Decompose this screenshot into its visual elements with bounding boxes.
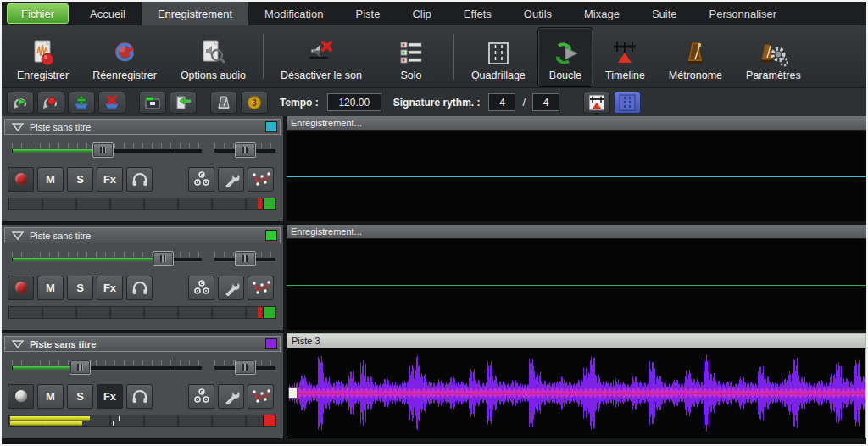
collapse-triangle-icon[interactable] bbox=[11, 231, 25, 241]
volume-slider[interactable] bbox=[12, 358, 202, 376]
menu-personnaliser[interactable]: Personnaliser bbox=[693, 2, 793, 25]
mute-track-button[interactable]: M bbox=[37, 167, 64, 192]
metronome-button[interactable]: Métronome bbox=[657, 27, 734, 87]
solo-track-button[interactable]: S bbox=[67, 276, 93, 300]
menu-outils[interactable]: Outils bbox=[508, 2, 568, 25]
solo-track-button[interactable]: S bbox=[67, 167, 93, 192]
volume-slider[interactable] bbox=[12, 141, 202, 159]
clip-body[interactable] bbox=[287, 239, 866, 330]
pan-slider[interactable] bbox=[214, 249, 275, 268]
pan-slider-handle[interactable] bbox=[235, 251, 256, 266]
metronome-toggle-icon bbox=[215, 95, 232, 110]
arm-record-button[interactable] bbox=[8, 276, 34, 300]
fx-button[interactable]: Fx bbox=[97, 276, 123, 300]
solo-track-button[interactable]: S bbox=[67, 384, 93, 409]
signature-numerator-input[interactable] bbox=[488, 93, 515, 111]
menu-effets[interactable]: Effets bbox=[448, 2, 508, 25]
automation-button[interactable] bbox=[248, 276, 274, 300]
track-tools-button[interactable] bbox=[218, 384, 244, 409]
loop-record-button[interactable] bbox=[37, 92, 64, 114]
menu-clip[interactable]: Clip bbox=[396, 2, 447, 25]
menu-piste[interactable]: Piste bbox=[339, 2, 396, 25]
mute-button[interactable]: Désactiver le son bbox=[269, 27, 374, 87]
track-color-chip[interactable] bbox=[265, 338, 277, 349]
clip-drag-handle[interactable] bbox=[288, 387, 298, 399]
rerecord-button[interactable]: Réenregistrer bbox=[81, 27, 169, 87]
solo-button[interactable]: Solo bbox=[374, 27, 448, 87]
record-dot-icon bbox=[15, 282, 27, 293]
menu-mixage[interactable]: Mixage bbox=[568, 2, 636, 25]
automation-button[interactable] bbox=[248, 167, 274, 192]
add-track-button[interactable] bbox=[68, 92, 95, 114]
headphones-button[interactable] bbox=[126, 167, 153, 192]
level-meter bbox=[8, 415, 276, 427]
parametres-button[interactable]: Paramètres bbox=[734, 27, 813, 87]
clip-body[interactable] bbox=[287, 131, 866, 221]
track-color-chip[interactable] bbox=[265, 121, 277, 132]
workspace: Piste sans titre M S bbox=[2, 116, 866, 444]
mixer-route-button[interactable] bbox=[188, 167, 214, 192]
mute-track-button[interactable]: M bbox=[37, 384, 64, 409]
audio-options-button[interactable]: Options audio bbox=[169, 27, 258, 87]
mixer-route-button[interactable] bbox=[188, 276, 214, 300]
clip-lanes: Enregistrement... Enregistrement... Pist… bbox=[287, 116, 866, 439]
collapse-triangle-icon[interactable] bbox=[11, 122, 25, 132]
menu-modification[interactable]: Modification bbox=[248, 2, 339, 25]
mixer-route-button[interactable] bbox=[188, 384, 214, 409]
audio-waveform[interactable] bbox=[287, 348, 865, 438]
clip-lane-2[interactable]: Enregistrement... bbox=[287, 225, 866, 330]
menu-accueil[interactable]: Accueil bbox=[74, 2, 142, 25]
sync-button[interactable]: 3 bbox=[241, 92, 268, 114]
volume-slider-handle[interactable] bbox=[153, 251, 174, 266]
track-name: Piste sans titre bbox=[30, 339, 265, 349]
pan-slider[interactable] bbox=[214, 141, 275, 159]
sync-coin-icon: 3 bbox=[246, 95, 263, 110]
timeline-button[interactable]: Timeline bbox=[593, 27, 657, 87]
fx-button[interactable]: Fx bbox=[97, 384, 123, 409]
menu-suite[interactable]: Suite bbox=[636, 2, 693, 25]
signature-denominator-input[interactable] bbox=[532, 93, 559, 111]
headphones-button[interactable] bbox=[126, 276, 153, 300]
arm-record-button[interactable] bbox=[8, 167, 34, 192]
timeline-toggle-button[interactable] bbox=[583, 92, 610, 114]
clip-lane-3[interactable]: Piste 3 bbox=[287, 333, 866, 438]
track-header[interactable]: Piste sans titre bbox=[4, 336, 281, 352]
clip-lane-1[interactable]: Enregistrement... bbox=[287, 116, 866, 221]
open-project-button[interactable] bbox=[139, 92, 166, 114]
menu-fichier[interactable]: Fichier bbox=[7, 3, 69, 24]
mute-track-button[interactable]: M bbox=[37, 276, 64, 300]
wrench-icon bbox=[222, 170, 241, 187]
import-file-button[interactable] bbox=[170, 92, 197, 114]
pan-slider-handle[interactable] bbox=[235, 360, 256, 375]
track-tools-button[interactable] bbox=[218, 276, 244, 300]
track-header[interactable]: Piste sans titre bbox=[4, 227, 281, 243]
metronome-toggle-button[interactable] bbox=[210, 92, 237, 114]
toolbar-separator bbox=[453, 34, 454, 79]
volume-slider-handle[interactable] bbox=[70, 360, 91, 375]
tempo-input[interactable] bbox=[327, 93, 381, 111]
clip-body[interactable] bbox=[287, 348, 865, 438]
record-button[interactable]: Enregistrer bbox=[5, 27, 81, 87]
boucle-button[interactable]: Boucle bbox=[537, 27, 593, 87]
parametres-label: Paramètres bbox=[746, 70, 801, 81]
headphones-button[interactable] bbox=[126, 384, 153, 409]
pan-slider-handle[interactable] bbox=[235, 142, 256, 158]
track-panel-2: Piste sans titre M S bbox=[2, 225, 283, 330]
track-name: Piste sans titre bbox=[30, 231, 265, 241]
delete-track-button[interactable] bbox=[98, 92, 125, 114]
loop-play-button[interactable] bbox=[7, 92, 34, 114]
track-header[interactable]: Piste sans titre bbox=[4, 119, 281, 135]
quadrillage-button[interactable]: Quadrillage bbox=[459, 27, 537, 87]
track-tools-button[interactable] bbox=[218, 167, 244, 192]
menu-enregistrement[interactable]: Enregistrement bbox=[142, 2, 248, 25]
pan-slider[interactable] bbox=[214, 358, 275, 376]
grid-toggle-button[interactable] bbox=[614, 92, 641, 114]
volume-slider-handle[interactable] bbox=[92, 142, 114, 158]
record-dot-icon bbox=[15, 173, 27, 185]
automation-button[interactable] bbox=[248, 384, 274, 409]
volume-slider[interactable] bbox=[12, 249, 202, 268]
collapse-triangle-icon[interactable] bbox=[11, 339, 25, 349]
fx-button[interactable]: Fx bbox=[97, 167, 123, 192]
arm-record-button[interactable] bbox=[8, 384, 34, 409]
track-color-chip[interactable] bbox=[265, 230, 277, 241]
